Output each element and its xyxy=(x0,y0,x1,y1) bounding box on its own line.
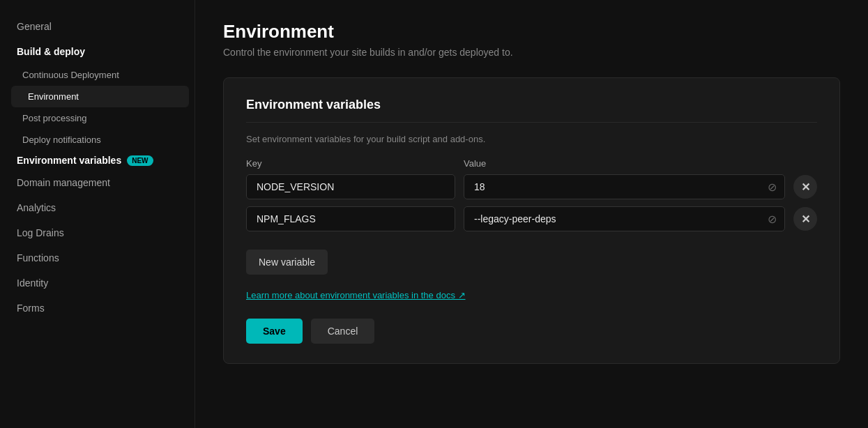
env-vars-badge: New xyxy=(127,155,153,166)
env-var-row-1: ⊘ ✕ xyxy=(246,206,817,231)
build-deploy-label: Build & deploy xyxy=(17,46,85,57)
toggle-visibility-icon-0[interactable]: ⊘ xyxy=(768,181,777,194)
sidebar-item-domain-management[interactable]: Domain management xyxy=(0,170,195,195)
value-column-label: Value xyxy=(464,158,817,169)
sidebar-subsection-build: Continuous Deployment Environment Post p… xyxy=(0,64,195,151)
form-actions: Save Cancel xyxy=(246,319,817,344)
save-button[interactable]: Save xyxy=(246,319,303,344)
sidebar-item-log-drains[interactable]: Log Drains xyxy=(0,220,195,245)
sidebar-item-forms[interactable]: Forms xyxy=(0,296,195,321)
sidebar-item-functions[interactable]: Functions xyxy=(0,245,195,270)
cancel-button[interactable]: Cancel xyxy=(311,319,375,344)
card-title: Environment variables xyxy=(246,98,817,123)
post-processing-label: Post processing xyxy=(22,113,87,123)
sidebar-item-analytics[interactable]: Analytics xyxy=(0,195,195,220)
sidebar-item-env-vars[interactable]: Environment variables New xyxy=(0,151,195,170)
env-key-input-0[interactable] xyxy=(246,174,455,199)
main-content: Environment Control the environment your… xyxy=(195,0,868,428)
remove-env-var-button-0[interactable]: ✕ xyxy=(793,175,817,199)
env-value-wrapper-1: ⊘ xyxy=(464,206,785,231)
deploy-notifications-label: Deploy notifications xyxy=(22,135,101,145)
analytics-label: Analytics xyxy=(17,202,56,213)
sidebar: General Build & deploy Continuous Deploy… xyxy=(0,0,195,428)
sidebar-item-general[interactable]: General xyxy=(0,14,195,39)
env-vars-card: Environment variables Set environment va… xyxy=(223,77,840,364)
env-var-row-0: ⊘ ✕ xyxy=(246,174,817,199)
continuous-deployment-label: Continuous Deployment xyxy=(22,70,119,80)
toggle-visibility-icon-1[interactable]: ⊘ xyxy=(768,213,777,226)
env-vars-label: Environment variables xyxy=(17,155,121,166)
new-variable-button[interactable]: New variable xyxy=(246,250,328,275)
log-drains-label: Log Drains xyxy=(17,227,64,238)
forms-label: Forms xyxy=(17,303,45,314)
sidebar-general-label: General xyxy=(17,21,52,32)
env-value-input-1[interactable] xyxy=(464,206,785,231)
env-row-labels: Key Value xyxy=(246,158,817,169)
env-value-wrapper-0: ⊘ xyxy=(464,174,785,199)
sidebar-item-environment[interactable]: Environment xyxy=(11,86,189,107)
key-column-label: Key xyxy=(246,158,455,169)
domain-management-label: Domain management xyxy=(17,177,110,188)
sidebar-item-deploy-notifications[interactable]: Deploy notifications xyxy=(6,129,195,151)
card-description: Set environment variables for your build… xyxy=(246,134,817,144)
sidebar-item-post-processing[interactable]: Post processing xyxy=(6,107,195,129)
functions-label: Functions xyxy=(17,252,59,263)
sidebar-item-build-deploy[interactable]: Build & deploy xyxy=(0,39,195,64)
env-key-input-1[interactable] xyxy=(246,206,455,231)
sidebar-item-continuous-deployment[interactable]: Continuous Deployment xyxy=(6,64,195,86)
env-value-input-0[interactable] xyxy=(464,174,785,199)
page-title: Environment xyxy=(223,21,840,43)
docs-link[interactable]: Learn more about environment variables i… xyxy=(246,290,817,300)
page-subtitle: Control the environment your site builds… xyxy=(223,47,840,58)
remove-env-var-button-1[interactable]: ✕ xyxy=(793,207,817,231)
environment-label: Environment xyxy=(28,91,79,102)
identity-label: Identity xyxy=(17,277,48,289)
sidebar-item-identity[interactable]: Identity xyxy=(0,270,195,296)
